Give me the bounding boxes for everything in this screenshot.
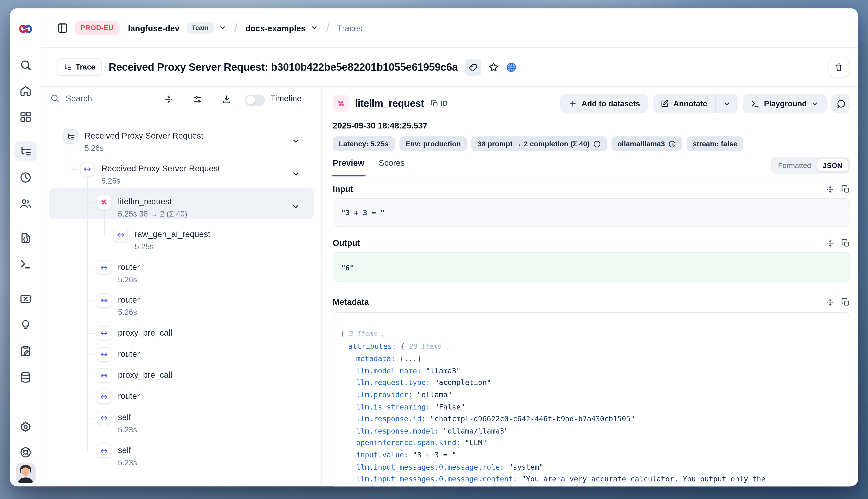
- public-visibility-button[interactable]: [506, 62, 517, 73]
- sidebar-item-search[interactable]: [19, 59, 32, 71]
- info-icon[interactable]: [593, 140, 601, 148]
- tree-node-metrics: 5.23s: [118, 425, 137, 434]
- plus-circle-icon[interactable]: [668, 140, 676, 148]
- observation-badge: Env: production: [399, 136, 467, 151]
- org-name[interactable]: langfuse-dev: [128, 23, 180, 33]
- chevron-down-icon[interactable]: [292, 170, 300, 178]
- observation-badge[interactable]: ollama/llama3: [611, 136, 682, 151]
- gear-icon: [19, 421, 32, 433]
- playground-button[interactable]: Playground: [743, 94, 827, 113]
- preview-content: Input "3 + 3 = " Output: [333, 177, 850, 486]
- clipboard-pen-icon: [19, 345, 32, 357]
- tree-node-proxy-pre-call[interactable]: proxy_pre_call: [41, 326, 321, 343]
- chevron-down-icon[interactable]: [292, 203, 300, 211]
- add-to-datasets-label: Add to datasets: [582, 99, 640, 108]
- tab-scores[interactable]: Scores: [379, 158, 405, 176]
- collapse-all-button[interactable]: [164, 95, 173, 104]
- sidebar-item-support[interactable]: [19, 446, 32, 459]
- copy-id-button[interactable]: ID: [431, 100, 448, 107]
- top-navigation: PROD-EU langfuse-dev Team / docs-example…: [41, 9, 858, 48]
- chevron-down-icon: [310, 24, 318, 32]
- badge-text: 38 prompt → 2 completion (Σ 40): [478, 140, 590, 148]
- trace-tree: Received Proxy Server Request5.26sReceiv…: [41, 116, 321, 486]
- copy-icon[interactable]: [841, 184, 850, 193]
- tree-node-metrics: 5.26s: [101, 177, 120, 185]
- sidebar-item-prompts[interactable]: [19, 232, 32, 244]
- tree-node-received-proxy-server-request[interactable]: Received Proxy Server Request5.26s: [41, 129, 321, 160]
- span-icon: [113, 228, 128, 242]
- tags-button[interactable]: [465, 59, 481, 75]
- json-key: llm.is_streaming:: [356, 402, 435, 411]
- trace-tree-panel: Search Timeline Received Proxy Server Re…: [41, 87, 321, 486]
- observation-badge: stream: false: [687, 136, 743, 151]
- chevron-down-icon[interactable]: [292, 137, 300, 145]
- sidebar-item-home[interactable]: [19, 85, 32, 97]
- environment-badge: PROD-EU: [75, 21, 120, 35]
- tree-node-self[interactable]: self5.23s: [41, 411, 321, 442]
- delete-trace-button[interactable]: [829, 57, 849, 77]
- sidebar-item-insights[interactable]: [19, 319, 32, 331]
- tree-node-router[interactable]: router5.26s: [41, 260, 321, 292]
- badge-text: Env: production: [405, 140, 461, 148]
- collapse-section-icon[interactable]: [826, 239, 834, 247]
- tree-node-label: router: [118, 295, 140, 304]
- tree-node-router[interactable]: router: [41, 390, 321, 406]
- input-value-box: "3 + 3 = ": [333, 198, 850, 227]
- sidebar-item-annotation-queues[interactable]: [19, 345, 32, 357]
- project-switcher-chevron[interactable]: [310, 24, 318, 32]
- observation-badge[interactable]: 38 prompt → 2 completion (Σ 40): [472, 136, 607, 151]
- tree-node-raw-gen-ai-request[interactable]: raw_gen_ai_request5.25s: [41, 228, 321, 259]
- tree-settings-button[interactable]: [193, 95, 203, 104]
- format-option-json[interactable]: JSON: [817, 159, 848, 172]
- json-collapse-chevron[interactable]: ⌄: [381, 331, 385, 338]
- add-to-datasets-button[interactable]: Add to datasets: [561, 94, 648, 113]
- sidebar-item-tracing-active[interactable]: [14, 141, 37, 161]
- tree-node-litellm-request[interactable]: litellm_request5.25s 38 → 2 (Σ 40): [41, 195, 321, 226]
- sidebar-item-evaluations[interactable]: [19, 293, 32, 305]
- tree-search-input[interactable]: Search: [50, 94, 92, 103]
- download-button[interactable]: [222, 95, 231, 104]
- tree-node-label: proxy_pre_call: [118, 328, 172, 337]
- sidebar-item-users[interactable]: [19, 197, 32, 210]
- org-type-badge: Team: [187, 22, 213, 34]
- user-avatar[interactable]: [15, 463, 35, 483]
- tab-preview[interactable]: Preview: [333, 158, 364, 176]
- sidebar-toggle-button[interactable]: [57, 22, 69, 34]
- tree-node-received-proxy-server-request[interactable]: Received Proxy Server Request5.26s: [41, 162, 321, 193]
- copy-icon[interactable]: [841, 297, 850, 306]
- project-name[interactable]: docs-examples: [245, 23, 306, 33]
- bookmark-star-button[interactable]: [488, 62, 499, 73]
- annotate-dropdown-button[interactable]: [716, 94, 738, 113]
- json-collapse-chevron[interactable]: ⌄: [445, 343, 449, 350]
- collapse-section-icon[interactable]: [826, 184, 834, 193]
- format-option-formatted[interactable]: Formatted: [772, 159, 817, 172]
- terminal-icon: [19, 258, 32, 270]
- tree-node-router[interactable]: router: [41, 347, 321, 364]
- comments-button[interactable]: [831, 94, 850, 113]
- breadcrumb-section[interactable]: Traces: [337, 23, 363, 33]
- sidebar-item-playground[interactable]: [19, 258, 32, 270]
- sidebar-item-dashboards[interactable]: [19, 111, 32, 123]
- tree-node-label: litellm_request: [118, 196, 172, 206]
- toggle-knob: [246, 96, 255, 105]
- input-section-header: Input: [333, 184, 850, 194]
- org-switcher-chevron[interactable]: [219, 24, 227, 32]
- tag-icon: [468, 63, 477, 72]
- sidebar-item-settings[interactable]: [19, 421, 32, 433]
- tree-node-proxy-pre-call[interactable]: proxy_pre_call: [41, 368, 321, 385]
- collapse-section-icon[interactable]: [826, 297, 834, 306]
- app-logo[interactable]: [18, 22, 33, 37]
- sidebar-item-datasets[interactable]: [19, 371, 32, 384]
- copy-icon[interactable]: [841, 239, 850, 247]
- output-value-box: "6": [333, 252, 850, 282]
- sidebar-item-sessions[interactable]: [19, 171, 32, 184]
- json-value: "LLM": [465, 439, 487, 447]
- avatar-photo: [15, 463, 35, 483]
- search-placeholder: Search: [66, 94, 92, 103]
- output-label: Output: [333, 238, 360, 247]
- tree-node-self[interactable]: self5.23s: [41, 443, 321, 475]
- timeline-toggle[interactable]: [245, 95, 265, 106]
- metadata-json-viewer[interactable]: { 3 Items ⌄attributes: { 20 Items ⌄metad…: [333, 312, 850, 486]
- tree-node-router[interactable]: router5.26s: [41, 293, 321, 325]
- annotate-button[interactable]: Annotate: [653, 94, 715, 113]
